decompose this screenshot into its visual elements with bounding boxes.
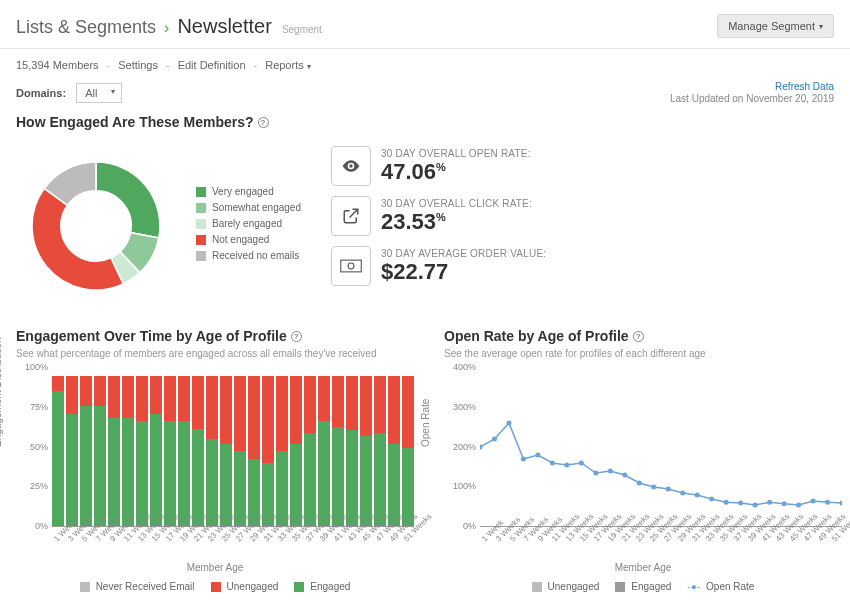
- bar: [234, 376, 246, 526]
- bar: [136, 376, 148, 526]
- chart1-title: Engagement Over Time by Age of Profile: [16, 328, 287, 344]
- breadcrumb: Lists & Segments › Newsletter Segment: [16, 15, 322, 38]
- legend-item: Somewhat engaged: [196, 202, 301, 213]
- chart2-yaxis-title: Open Rate: [420, 399, 431, 447]
- breadcrumb-root[interactable]: Lists & Segments: [16, 17, 156, 38]
- domains-label: Domains:: [16, 87, 66, 99]
- bar: [150, 376, 162, 526]
- segment-tag: Segment: [282, 24, 322, 35]
- chevron-right-icon: ›: [164, 19, 169, 37]
- bar: [108, 376, 120, 526]
- help-icon[interactable]: ?: [258, 117, 269, 128]
- help-icon[interactable]: ?: [291, 331, 302, 342]
- chart2-title: Open Rate by Age of Profile: [444, 328, 629, 344]
- bar: [276, 376, 288, 526]
- svg-point-21: [753, 503, 758, 508]
- bar: [346, 376, 358, 526]
- svg-point-1: [348, 263, 354, 269]
- legend-item: Not engaged: [196, 234, 301, 245]
- svg-point-7: [550, 461, 555, 466]
- bar: [304, 376, 316, 526]
- subnav: 15,394 Members- Settings- Edit Definitio…: [0, 49, 850, 75]
- page-title: Newsletter: [177, 15, 271, 38]
- svg-point-27: [839, 501, 842, 506]
- subnav-reports[interactable]: Reports ▾: [265, 59, 311, 71]
- legend-item: Barely engaged: [196, 218, 301, 229]
- bar: [220, 376, 232, 526]
- help-icon[interactable]: ?: [633, 331, 644, 342]
- bar: [66, 376, 78, 526]
- bar: [122, 376, 134, 526]
- svg-point-16: [680, 491, 685, 496]
- stat-icon: [331, 146, 371, 186]
- caret-down-icon: ▾: [307, 62, 311, 71]
- caret-down-icon: ▾: [819, 22, 823, 31]
- bar: [192, 376, 204, 526]
- subnav-members[interactable]: 15,394 Members: [16, 59, 99, 71]
- stat-icon: [331, 246, 371, 286]
- svg-point-5: [521, 457, 526, 462]
- svg-point-26: [825, 500, 830, 505]
- svg-point-20: [738, 501, 743, 506]
- stat-card: 30 DAY AVERAGE ORDER VALUE:$22.77: [331, 246, 834, 286]
- stat-value: 23.53%: [381, 209, 532, 235]
- svg-point-22: [767, 500, 772, 505]
- bar: [318, 376, 330, 526]
- engagement-title: How Engaged Are These Members?: [16, 114, 254, 130]
- svg-point-18: [709, 497, 714, 502]
- bar: [290, 376, 302, 526]
- legend-item: Received no emails: [196, 250, 301, 261]
- stat-label: 30 DAY OVERALL CLICK RATE:: [381, 198, 532, 209]
- svg-point-10: [593, 471, 598, 476]
- bar: [52, 376, 64, 526]
- engagement-donut-chart: [16, 146, 176, 306]
- bar: [388, 376, 400, 526]
- svg-point-25: [811, 499, 816, 504]
- svg-rect-0: [341, 260, 362, 272]
- bar: [332, 376, 344, 526]
- stat-value: $22.77: [381, 259, 546, 285]
- stat-card: 30 DAY OVERALL OPEN RATE:47.06%: [331, 146, 834, 186]
- stats-cards: 30 DAY OVERALL OPEN RATE:47.06%30 DAY OV…: [331, 146, 834, 306]
- chart2-xaxis-title: Member Age: [444, 562, 842, 573]
- svg-point-23: [782, 501, 787, 506]
- domains-select[interactable]: All ▾: [76, 83, 122, 103]
- engagement-bar-chart: 100% 75% 50% 25% 0%: [52, 367, 414, 527]
- svg-point-4: [506, 421, 511, 426]
- svg-point-11: [608, 469, 613, 474]
- bar: [80, 376, 92, 526]
- bar: [360, 376, 372, 526]
- bar: [262, 376, 274, 526]
- svg-point-24: [796, 503, 801, 508]
- bar: [374, 376, 386, 526]
- open-rate-line-chart: 400% 300% 200% 100% 0%: [480, 367, 842, 527]
- svg-point-8: [564, 463, 569, 468]
- bar: [402, 376, 414, 526]
- svg-point-9: [579, 461, 584, 466]
- refresh-data-link[interactable]: Refresh Data: [670, 81, 834, 92]
- svg-point-19: [724, 500, 729, 505]
- stat-icon: [331, 196, 371, 236]
- svg-point-17: [695, 493, 700, 498]
- chart1-hint: See what percentage of members are engag…: [16, 348, 414, 359]
- chart1-xaxis-title: Member Age: [16, 562, 414, 573]
- subnav-edit-definition[interactable]: Edit Definition: [178, 59, 246, 71]
- stat-label: 30 DAY OVERALL OPEN RATE:: [381, 148, 531, 159]
- stat-card: 30 DAY OVERALL CLICK RATE:23.53%: [331, 196, 834, 236]
- svg-point-13: [637, 481, 642, 486]
- stat-value: 47.06%: [381, 159, 531, 185]
- svg-point-14: [651, 485, 656, 490]
- bar: [248, 376, 260, 526]
- chart2-hint: See the average open rate for profiles o…: [444, 348, 842, 359]
- manage-segment-button[interactable]: Manage Segment▾: [717, 14, 834, 38]
- bar: [178, 376, 190, 526]
- donut-legend: Very engagedSomewhat engagedBarely engag…: [196, 186, 301, 266]
- stat-label: 30 DAY AVERAGE ORDER VALUE:: [381, 248, 546, 259]
- svg-point-15: [666, 487, 671, 492]
- svg-point-12: [622, 473, 627, 478]
- subnav-settings[interactable]: Settings: [118, 59, 158, 71]
- bar: [206, 376, 218, 526]
- bar: [94, 376, 106, 526]
- bar: [164, 376, 176, 526]
- chart1-yaxis-title: Engagement Distribution: [0, 337, 3, 447]
